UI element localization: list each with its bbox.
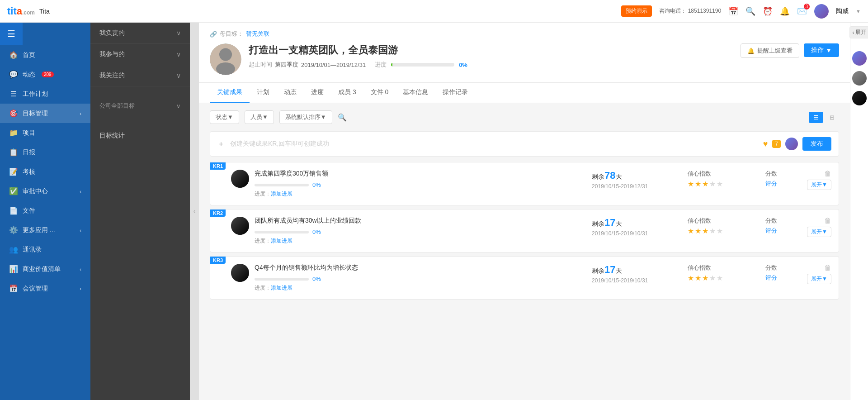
bell-icon[interactable]: 🔔	[780, 6, 790, 16]
search-icon[interactable]: 🔍	[745, 6, 755, 16]
status-filter-button[interactable]: 状态▼	[210, 110, 239, 124]
sidebar-item-meeting[interactable]: 📅 会议管理 ‹	[0, 279, 90, 298]
kr2-title[interactable]: 团队所有成员均有30w以上的业绩回款	[255, 217, 586, 225]
message-icon[interactable]: ✉️ 3	[797, 6, 807, 16]
calendar-icon[interactable]: 📅	[728, 6, 738, 16]
kr3-score-button[interactable]: 评分	[765, 274, 802, 282]
kr1-add-link[interactable]: 添加进展	[271, 190, 292, 197]
sidebar-item-contacts[interactable]: 👥 通讯录	[0, 240, 90, 259]
tab-plan[interactable]: 计划	[250, 83, 277, 103]
business-chevron-icon: ‹	[80, 267, 81, 272]
kr3-actions: 🗑 展开▼	[807, 264, 831, 284]
goals-icon: 🎯	[9, 109, 18, 118]
publish-button[interactable]: 发布	[802, 137, 831, 151]
second-sidebar-item-responsible[interactable]: 我负责的 ∨	[90, 23, 190, 44]
star-5[interactable]: ★	[717, 180, 723, 188]
kr1-score-button[interactable]: 评分	[765, 180, 802, 188]
sidebar-item-activity[interactable]: 💬 动态 209	[0, 65, 90, 84]
remind-button[interactable]: 🔔 提醒上级查看	[741, 43, 799, 58]
kr1-expand-button[interactable]: 展开▼	[807, 180, 831, 190]
collapse-arrow-icon: ‹	[193, 208, 195, 214]
kr2-score-button[interactable]: 评分	[765, 227, 802, 235]
create-kr-input[interactable]: 创建关键成果KR,回车即可创建成功	[230, 140, 758, 148]
star-3[interactable]: ★	[702, 180, 708, 188]
star-4[interactable]: ★	[709, 274, 716, 282]
sidebar-item-home[interactable]: 🏠 首页	[0, 45, 90, 65]
star-1[interactable]: ★	[688, 274, 694, 282]
kr1-title[interactable]: 完成第四季度300万销售额	[255, 170, 586, 178]
heart-icon[interactable]: ♥	[763, 139, 768, 149]
star-1[interactable]: ★	[688, 227, 694, 235]
tab-basic[interactable]: 基本信息	[396, 83, 435, 103]
sidebar-item-more[interactable]: ⚙️ 更多应用 ... ‹	[0, 220, 90, 240]
tab-members[interactable]: 成员 3	[331, 83, 363, 103]
sidebar-item-workplan[interactable]: ☰ 工作计划	[0, 84, 90, 104]
demo-button[interactable]: 预约演示	[621, 5, 652, 17]
sidebar-item-business[interactable]: 📊 商业价值清单 ‹	[0, 259, 90, 279]
person-filter-button[interactable]: 人员▼	[245, 110, 274, 124]
kr3-title[interactable]: Q4每个月的销售额环比均为增长状态	[255, 264, 586, 272]
star-1[interactable]: ★	[688, 180, 694, 188]
second-sidebar-item-participated[interactable]: 我参与的 ∨	[90, 44, 190, 65]
kr2-expand-button[interactable]: 展开▼	[807, 227, 831, 237]
list-view-button[interactable]: ☰	[809, 112, 823, 123]
right-avatar-2[interactable]	[852, 71, 867, 86]
user-name[interactable]: 陶威	[836, 7, 849, 15]
kr3-delete-icon[interactable]: 🗑	[824, 264, 831, 272]
user-chevron[interactable]: ▼	[856, 9, 861, 14]
grid-view-button[interactable]: ⊞	[825, 112, 839, 123]
star-5[interactable]: ★	[717, 274, 723, 282]
create-kr-avatar[interactable]	[785, 138, 798, 150]
kr2-stars: ★ ★ ★ ★ ★	[688, 227, 760, 235]
kr3-days-num: 17	[604, 264, 615, 275]
sidebar-item-files[interactable]: 📄 文件	[0, 201, 90, 220]
star-2[interactable]: ★	[695, 227, 701, 235]
sidebar-collapse-handle[interactable]: ‹	[190, 23, 199, 400]
star-3[interactable]: ★	[702, 227, 708, 235]
content-header: 🔗 母目标： 暂无关联 打造出一支精英团队，全员泰国游 起止时间 第四季度	[199, 23, 850, 83]
star-4[interactable]: ★	[709, 180, 716, 188]
right-avatar-3[interactable]	[852, 91, 867, 105]
star-4[interactable]: ★	[709, 227, 716, 235]
star-5[interactable]: ★	[717, 227, 723, 235]
user-avatar[interactable]	[814, 4, 829, 19]
second-sidebar-item-followed[interactable]: 我关注的 ∨	[90, 65, 190, 86]
tab-kr[interactable]: 关键成果	[210, 83, 250, 103]
add-kr-icon[interactable]: ＋	[217, 139, 225, 149]
second-sidebar-company-goals[interactable]: 公司全部目标 ∨	[90, 95, 190, 116]
kr1-content: 完成第四季度300万销售额 0% 进度：添加进展	[255, 170, 586, 198]
tab-progress[interactable]: 进度	[304, 83, 331, 103]
action-button[interactable]: 操作 ▼	[804, 43, 839, 57]
kr3-content: Q4每个月的销售额环比均为增长状态 0% 进度：添加进展	[255, 264, 586, 292]
sort-filter-button[interactable]: 系统默认排序▼	[279, 110, 332, 124]
kr1-delete-icon[interactable]: 🗑	[824, 170, 831, 178]
search-button[interactable]: 🔍	[338, 113, 347, 122]
sidebar-item-goals[interactable]: 🎯 目标管理 ‹	[0, 104, 90, 123]
kr2-add-link[interactable]: 添加进展	[271, 238, 292, 244]
create-kr-row[interactable]: ＋ 创建关键成果KR,回车即可创建成功 ♥ 7 发布	[210, 131, 839, 157]
kr3-expand-button[interactable]: 展开▼	[807, 274, 831, 284]
sidebar-item-approval[interactable]: ✅ 审批中心 ‹	[0, 181, 90, 201]
sidebar-item-daily[interactable]: 📋 日报	[0, 143, 90, 162]
star-2[interactable]: ★	[695, 180, 701, 188]
sidebar-item-project[interactable]: 📁 项目	[0, 123, 90, 143]
tab-files[interactable]: 文件 0	[363, 83, 396, 103]
parent-goal-value[interactable]: 暂无关联	[246, 30, 269, 38]
calendar-badge[interactable]: 7	[772, 140, 781, 148]
tab-activity[interactable]: 动态	[277, 83, 304, 103]
kr3-add-link[interactable]: 添加进展	[271, 285, 292, 291]
kr1-progress-sub: 进度：添加进展	[255, 190, 586, 198]
goal-progress: 进度 0%	[375, 61, 467, 69]
clock-icon[interactable]: ⏰	[763, 6, 773, 16]
kr2-content: 团队所有成员均有30w以上的业绩回款 0% 进度：添加进展	[255, 217, 586, 245]
star-3[interactable]: ★	[702, 274, 708, 282]
second-sidebar-stats[interactable]: 目标统计	[90, 125, 190, 146]
tab-log[interactable]: 操作记录	[435, 83, 475, 103]
right-panel-toggle-button[interactable]: ‹ 展开	[849, 26, 868, 38]
star-2[interactable]: ★	[695, 274, 701, 282]
kr2-delete-icon[interactable]: 🗑	[824, 217, 831, 225]
person-filter-label: 人员▼	[250, 113, 268, 121]
right-avatar-1[interactable]	[852, 51, 867, 66]
sidebar-item-review[interactable]: 📝 考核	[0, 162, 90, 181]
sidebar-toggle-button[interactable]: ☰	[0, 23, 23, 45]
